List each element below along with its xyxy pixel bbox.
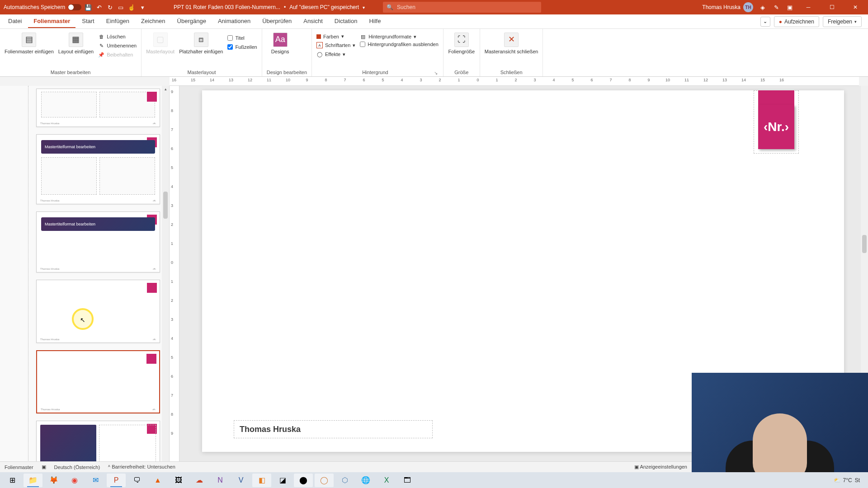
layout-thumb-3[interactable]: Mastertitelformat bearbeiten Thomas Hrus… <box>36 211 160 272</box>
taskbar-outlook[interactable]: ✉ <box>86 474 105 487</box>
designs-button[interactable]: Aa Designs <box>267 33 294 55</box>
maximize-button[interactable]: ☐ <box>823 0 841 14</box>
share-button[interactable]: Freigeben▾ <box>823 16 862 27</box>
taskbar-onenote[interactable]: N <box>211 474 230 487</box>
background-dialog-launcher[interactable]: ↘ <box>434 70 439 76</box>
collapse-ribbon-button[interactable]: ⌄ <box>760 17 770 27</box>
keep-button: 📌Beibehalten <box>98 51 137 59</box>
search-box[interactable]: 🔍 <box>383 2 541 13</box>
taskbar-app-5[interactable]: ◪ <box>273 474 292 487</box>
status-mode: Folienmaster <box>5 465 33 470</box>
diamond-icon[interactable]: ◈ <box>759 3 767 11</box>
display-settings[interactable]: ▣ Anzeigeeinstellungen <box>634 464 687 470</box>
delete-button[interactable]: 🗑Löschen <box>98 33 137 41</box>
group-label-background: Hintergrund <box>316 68 434 76</box>
windows-taskbar: ⊞ 📁 🦊 ◉ ✉ P 🗨 ▲ 🖼 ☁ N V ◧ ◪ ⬤ ◯ ⬡ 🌐 X 🗔 … <box>0 472 868 488</box>
minimize-button[interactable]: ─ <box>799 0 817 14</box>
status-accessibility[interactable]: ᴬ Barrierefreiheit: Untersuchen <box>108 464 175 470</box>
insert-placeholder-button[interactable]: ⧈ Platzhalter einfügen <box>179 33 223 55</box>
footer-checkbox[interactable]: Fußzeilen <box>227 44 257 50</box>
taskbar-app-8[interactable]: 🗔 <box>398 474 417 487</box>
taskbar-app-7[interactable]: ⬡ <box>335 474 354 487</box>
effects-button[interactable]: ◯Effekte ▾ <box>316 50 355 58</box>
background-formats-button[interactable]: ▨Hintergrundformate ▾ <box>360 33 439 41</box>
layout-thumb-4[interactable]: ↖ Thomas Hruska‹#› <box>36 280 160 343</box>
slide-size-button[interactable]: ⛶ Foliengröße <box>448 33 475 55</box>
insert-layout-button[interactable]: ▦ Layout einfügen <box>58 33 94 55</box>
tab-slidemaster[interactable]: Folienmaster <box>28 15 75 28</box>
master-layout-button: ▢ Masterlayout <box>146 33 175 55</box>
thumbnails-scrollbar[interactable]: ▴ ▾ <box>162 86 169 477</box>
footer-text: Thomas Hruska <box>240 425 301 434</box>
rename-button[interactable]: ✎Umbenennen <box>98 42 137 50</box>
ribbon-group-design-edit: Aa Designs Design bearbeiten <box>262 29 312 76</box>
taskbar-app-2[interactable]: 🖼 <box>169 474 188 487</box>
tab-file[interactable]: Datei <box>3 15 27 28</box>
chevron-down-icon[interactable]: ▾ <box>363 5 365 10</box>
layout-thumb-1[interactable]: Thomas Hruska‹#› <box>36 89 160 127</box>
scrollbar-thumb[interactable] <box>862 235 867 253</box>
horizontal-ruler: 1615141312111098765432101234567891011121… <box>170 77 859 86</box>
touch-icon[interactable]: ☝ <box>127 3 136 11</box>
redo-icon[interactable]: ↻ <box>106 3 114 11</box>
taskbar-app-3[interactable]: ☁ <box>190 474 209 487</box>
tab-review[interactable]: Überprüfen <box>257 15 297 28</box>
taskbar-explorer[interactable]: 📁 <box>24 474 42 487</box>
start-button[interactable]: ⊞ <box>3 474 22 487</box>
hide-bg-checkbox[interactable]: Hintergrundgrafiken ausblenden <box>360 42 439 47</box>
group-label-masterlayout: Masterlayout <box>146 68 257 76</box>
taskbar-app-1[interactable]: 🗨 <box>127 474 146 487</box>
layout-thumb-2[interactable]: Mastertitelformat bearbeiten Thomas Hrus… <box>36 134 160 204</box>
slidemaster-icon: ▤ <box>22 33 36 47</box>
autosave-label: Automatisches Speichern <box>4 4 65 10</box>
taskbar-edge[interactable]: 🌐 <box>356 474 375 487</box>
tab-help[interactable]: Hilfe <box>363 15 386 28</box>
taskbar-weather[interactable]: ⛅ 7°C St <box>834 477 865 483</box>
taskbar-firefox[interactable]: 🦊 <box>44 474 63 487</box>
tab-insert[interactable]: Einfügen <box>101 15 135 28</box>
present-icon[interactable]: ▭ <box>117 3 125 11</box>
slidenumber-placeholder[interactable]: ‹Nr.› <box>758 90 794 149</box>
tab-transitions[interactable]: Übergänge <box>172 15 212 28</box>
taskbar-chrome[interactable]: ◉ <box>65 474 84 487</box>
layout-thumb-5-selected[interactable]: Thomas Hruska‹#› <box>36 350 160 413</box>
user-avatar[interactable]: TH <box>743 2 753 12</box>
window-icon[interactable]: ▣ <box>786 3 794 11</box>
taskbar-app-4[interactable]: ◧ <box>252 474 271 487</box>
footer-placeholder[interactable]: Thomas Hruska <box>234 420 433 438</box>
tab-dictation[interactable]: Dictation <box>329 15 363 28</box>
masterlayout-icon: ▢ <box>153 33 168 47</box>
tab-draw[interactable]: Zeichnen <box>136 15 170 28</box>
search-input[interactable] <box>397 4 538 10</box>
taskbar-obs[interactable]: ⬤ <box>294 474 313 487</box>
tab-animations[interactable]: Animationen <box>212 15 256 28</box>
autosave-toggle[interactable] <box>68 4 81 10</box>
tab-home[interactable]: Start <box>76 15 99 28</box>
insert-slidemaster-button[interactable]: ▤ Folienmaster einfügen <box>5 33 54 55</box>
layout-thumbnails-panel[interactable]: Thomas Hruska‹#› Mastertitelformat bearb… <box>0 86 170 477</box>
save-icon[interactable]: 💾 <box>84 3 92 11</box>
scrollbar-thumb[interactable] <box>163 192 168 219</box>
close-button[interactable]: ✕ <box>846 0 864 14</box>
taskbar-app-6[interactable]: ◯ <box>315 474 334 487</box>
delete-icon: 🗑 <box>98 33 104 40</box>
taskbar-excel[interactable]: X <box>377 474 396 487</box>
taskbar-visio[interactable]: V <box>231 474 250 487</box>
ribbon-group-master-edit: ▤ Folienmaster einfügen ▦ Layout einfüge… <box>0 29 142 76</box>
fonts-button[interactable]: ASchriftarten ▾ <box>316 41 355 49</box>
status-language[interactable]: Deutsch (Österreich) <box>54 465 100 470</box>
ribbon: ▤ Folienmaster einfügen ▦ Layout einfüge… <box>0 29 868 77</box>
undo-icon[interactable]: ↶ <box>95 3 103 11</box>
colors-button[interactable]: Farben ▾ <box>316 33 355 40</box>
close-masterview-button[interactable]: ✕ Masteransicht schließen <box>485 33 538 55</box>
taskbar-vlc[interactable]: ▲ <box>148 474 167 487</box>
tab-view[interactable]: Ansicht <box>298 15 328 28</box>
accessibility-icon: ▣ <box>42 464 46 470</box>
taskbar-powerpoint[interactable]: P <box>107 474 126 487</box>
scroll-up-icon[interactable]: ▴ <box>162 86 169 92</box>
thumb-badge-icon <box>147 283 157 293</box>
brush-icon[interactable]: ✎ <box>772 3 780 11</box>
title-checkbox[interactable]: Titel <box>227 35 257 41</box>
record-button[interactable]: Aufzeichnen <box>774 16 819 27</box>
qat-more-icon[interactable]: ▾ <box>138 3 146 11</box>
